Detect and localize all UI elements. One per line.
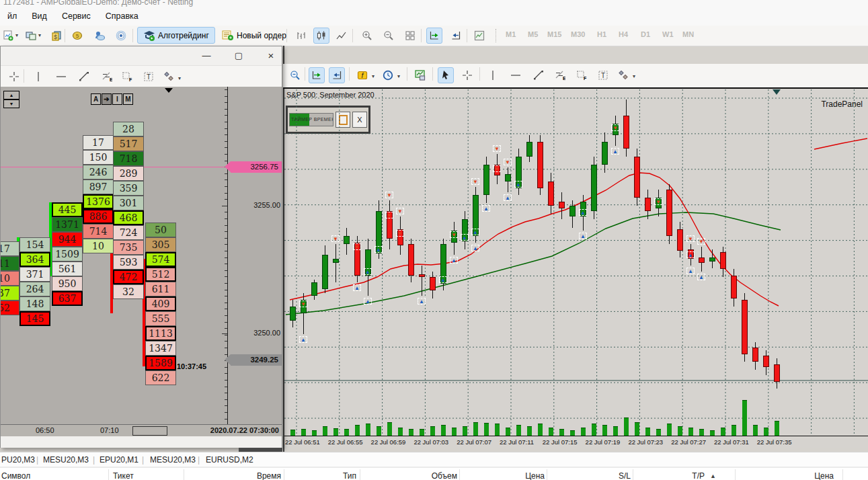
minor-tick (225, 393, 227, 393)
timeframe-MN[interactable]: MN (682, 30, 694, 38)
signals-icon[interactable] (113, 28, 129, 44)
timeframe-M30[interactable]: M30 (571, 30, 585, 38)
horizontal-line-tool-icon[interactable] (53, 69, 69, 85)
menu-item-2[interactable]: Сервис (54, 8, 98, 21)
horizontal-line-tool-icon[interactable] (508, 67, 524, 83)
column-header-7[interactable]: T/P (624, 471, 705, 480)
menu-item-1[interactable]: Вид (24, 8, 54, 21)
chart-properties-icon[interactable] (471, 28, 487, 44)
text-tool-icon[interactable]: T (595, 67, 611, 83)
footer-range-box[interactable] (132, 426, 167, 436)
save-template-icon[interactable] (412, 67, 428, 83)
volume-bar (667, 424, 672, 436)
zoom-out-icon[interactable] (381, 28, 397, 44)
chevron-down-icon[interactable]: ▾ (397, 73, 400, 79)
vps-icon[interactable] (91, 28, 108, 44)
bar-chart-icon[interactable] (293, 28, 309, 44)
vertical-line-tool-icon[interactable] (485, 67, 501, 83)
mode-button-1[interactable]: ➔ (102, 93, 112, 105)
tile-windows-icon[interactable] (402, 28, 418, 44)
auto-scroll-icon[interactable] (448, 28, 464, 44)
cursor-tool-icon[interactable] (438, 67, 454, 83)
mode-button-2[interactable]: I (112, 93, 122, 105)
timeframe-M1[interactable]: M1 (506, 30, 516, 38)
tab-MESU20,M3[interactable]: MESU20,M3 (150, 455, 196, 465)
algo-label: Алготрейдинг (158, 31, 209, 40)
column-header-5[interactable]: Цена (464, 471, 545, 480)
tab-MESU20,M3[interactable]: MESU20,M3 (43, 455, 89, 465)
column-header-8[interactable]: Цена (753, 471, 834, 480)
shift-end-icon[interactable] (309, 67, 325, 83)
mode-button-3[interactable]: M (123, 93, 133, 105)
window-titlebar[interactable]: 1172481 - AMPGlobalEU-Demo: Демо-счет - … (0, 0, 868, 8)
zoom-in-icon[interactable] (359, 28, 375, 44)
close-button[interactable]: × (260, 48, 282, 63)
column-header-1[interactable]: Тикет (113, 471, 134, 480)
buy-signal-icon: ▲ (364, 298, 372, 305)
tab-EPU20,M1[interactable]: EPU20,M1 (100, 455, 139, 465)
trendline-tool-icon[interactable] (76, 69, 92, 85)
market-icon[interactable]: 5 (69, 28, 85, 44)
zoom-out-icon[interactable] (287, 67, 303, 83)
equidistant-channel-tool-icon[interactable]: E (99, 69, 115, 85)
scale-down-button[interactable]: ▼ (3, 99, 19, 108)
trendline-tool-icon[interactable] (530, 67, 547, 83)
vertical-line-tool-icon[interactable] (30, 69, 46, 85)
column-header-0[interactable]: Символ (1, 471, 30, 480)
copy-trading-icon[interactable]: $ (48, 28, 65, 44)
chart-time-axis[interactable]: 22 Jul 06:5122 Jul 06:5522 Jul 06:5922 J… (284, 436, 868, 448)
shift-end-icon[interactable] (426, 28, 442, 44)
menu-item-3[interactable]: Справка (98, 8, 146, 21)
column-header-3[interactable]: Тип (276, 471, 356, 480)
mode-button-0[interactable]: A (91, 93, 101, 105)
menu-item-0[interactable]: йл (0, 8, 24, 21)
candle-chart-icon[interactable] (313, 28, 329, 44)
text-tool-icon[interactable]: T (141, 69, 157, 85)
buy-signal-icon: ▲ (611, 148, 619, 155)
new-chart-icon[interactable] (0, 28, 16, 44)
algo-trading-button[interactable]: Алготрейдинг (137, 27, 215, 44)
timeframe-H4[interactable]: H4 (619, 30, 628, 38)
scale-up-button[interactable]: ▲ (3, 91, 19, 99)
timeframe-D1[interactable]: D1 (641, 30, 650, 38)
chevron-down-icon[interactable]: ▾ (633, 73, 635, 79)
crosshair-tool-icon[interactable] (6, 69, 22, 85)
column-header-2[interactable]: Время (200, 471, 281, 480)
equidistant-channel-tool-icon[interactable]: E (552, 67, 568, 83)
timeframe-M15[interactable]: M15 (547, 30, 561, 38)
minimize-button[interactable]: — (196, 48, 217, 63)
volume-bar (613, 426, 618, 436)
line-chart-icon[interactable] (333, 28, 350, 44)
svg-text:E: E (110, 77, 112, 82)
cluster-cell: 10 (83, 239, 114, 253)
chevron-down-icon[interactable]: ▾ (38, 32, 41, 38)
fibonacci-tool-icon[interactable]: F (574, 67, 590, 83)
column-header-4[interactable]: Объем (377, 471, 457, 480)
periods-icon[interactable] (380, 67, 396, 83)
time-axis-label: 22 Jul 06:51 (285, 438, 320, 446)
chevron-down-icon[interactable]: ▾ (15, 32, 18, 38)
cluster-cell: 1371 (52, 217, 83, 232)
tab-EURUSD,M2[interactable]: EURUSD,M2 (206, 455, 253, 465)
volume-bar (635, 422, 639, 436)
chevron-down-icon[interactable]: ▾ (178, 75, 181, 81)
new-order-button[interactable]: Новый ордер (216, 27, 292, 44)
timeframe-M5[interactable]: M5 (528, 30, 538, 38)
auto-scroll-icon[interactable] (329, 67, 345, 83)
fibonacci-tool-icon[interactable]: F (119, 69, 135, 85)
timeframe-W1[interactable]: W1 (662, 30, 674, 38)
candlestick-chart[interactable]: S&P 500: September 2020 TradePanel ТАЙМЕ… (284, 89, 868, 436)
shapes-tool-icon[interactable] (161, 69, 177, 85)
maximize-button[interactable]: ▢ (228, 48, 249, 63)
column-header-6[interactable]: S/L (550, 471, 631, 480)
dom-titlebar[interactable]: — ▢ × (1, 46, 282, 65)
minor-tick (225, 218, 227, 219)
shapes-tool-icon[interactable] (615, 67, 631, 83)
crosshair-tool-icon[interactable] (459, 67, 475, 83)
column-separator (184, 469, 184, 480)
chevron-down-icon[interactable]: ▾ (372, 73, 374, 79)
tab-PU20,M3[interactable]: PU20,M3 (1, 455, 35, 465)
profiles-icon[interactable] (23, 28, 39, 44)
timeframe-H1[interactable]: H1 (597, 30, 606, 38)
indicators-icon[interactable]: f (354, 67, 370, 83)
